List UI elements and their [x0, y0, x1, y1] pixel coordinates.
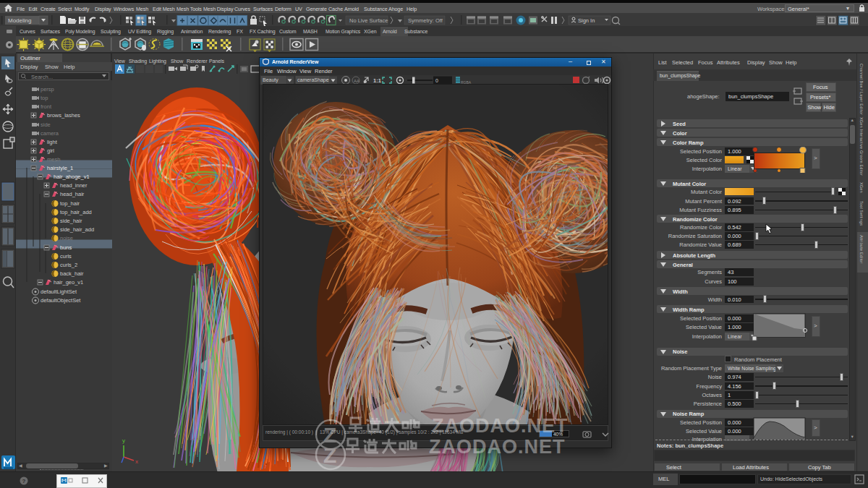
svg-text:Z: Z [323, 443, 336, 467]
svg-text:?: ? [22, 478, 26, 484]
svg-text:0: 0 [435, 78, 438, 83]
svg-text:y: y [122, 437, 125, 444]
svg-text:ZAODAO.NET: ZAODAO.NET [432, 415, 569, 437]
svg-text:1:1: 1:1 [373, 77, 381, 84]
svg-text:x: x [135, 458, 138, 465]
svg-text:AA: AA [354, 79, 359, 83]
svg-text:ZAODAO.NET: ZAODAO.NET [429, 436, 566, 458]
